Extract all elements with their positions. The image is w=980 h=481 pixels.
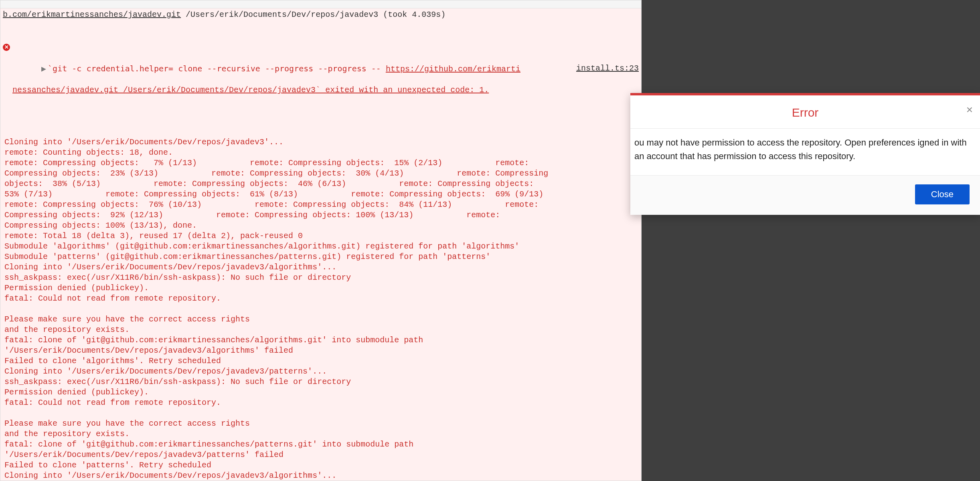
close-icon[interactable]: × [966, 104, 973, 115]
close-button[interactable]: Close [915, 184, 970, 204]
dialog-header: Error × [630, 95, 980, 129]
console-prev-path: /Users/erik/Documents/Dev/repos/javadev3… [181, 10, 445, 19]
console-source-location[interactable]: install.ts:23 [576, 63, 639, 74]
console-prev-url[interactable]: b.com/erikmartinessanches/javadev.git [3, 10, 181, 19]
console-error-body: Cloning into '/Users/erik/Documents/Dev/… [3, 137, 639, 481]
console-previous-entry: b.com/erikmartinessanches/javadev.git /U… [0, 8, 641, 20]
console-cmd-part1: `git -c credential.helper= clone --recur… [48, 64, 386, 73]
console-error-entry: ✕ ▶`git -c credential.helper= clone --re… [0, 20, 641, 481]
dialog-title: Error [792, 106, 819, 119]
dialog-footer: Close [630, 176, 980, 215]
expand-triangle-icon[interactable]: ▶ [41, 64, 46, 75]
console-cmd-url[interactable]: https://github.com/erikmarti [386, 65, 520, 74]
error-dialog: Error × ou may not have permission to ac… [630, 93, 980, 215]
console-cmd-line2: nessanches/javadev.git /Users/erik/Docum… [12, 85, 489, 95]
console-toolbar [0, 0, 641, 8]
dialog-body: ou may not have permission to access the… [630, 129, 980, 176]
console-error-header[interactable]: ✕ ▶`git -c credential.helper= clone --re… [3, 42, 639, 116]
error-icon: ✕ [3, 44, 10, 51]
devtools-console[interactable]: b.com/erikmartinessanches/javadev.git /U… [0, 0, 642, 481]
